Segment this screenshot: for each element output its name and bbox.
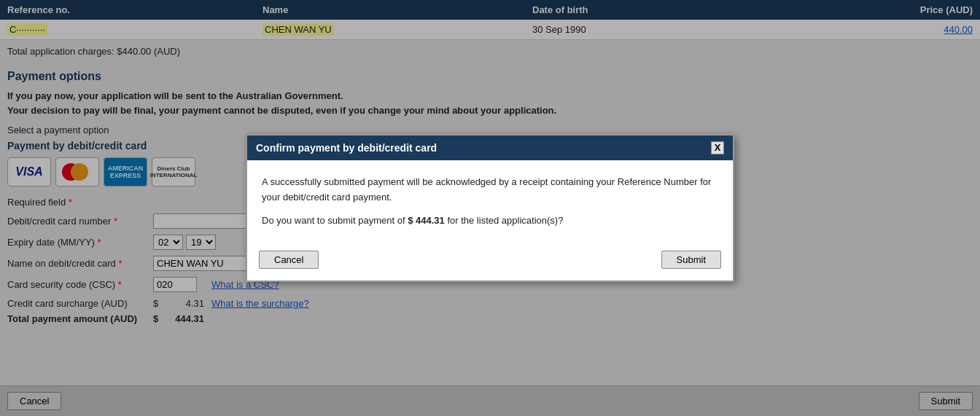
modal-body-line2-prefix: Do you want to submit payment of [262, 215, 405, 226]
modal-body-line1: A successfully submitted payment will be… [262, 175, 718, 205]
modal-overlay: Confirm payment by debit/credit card X A… [0, 0, 980, 416]
modal-close-button[interactable]: X [711, 141, 724, 154]
page-wrapper: Reference no. Name Date of birth Price (… [0, 0, 980, 416]
modal-body-line2: Do you want to submit payment of $ 444.3… [262, 213, 718, 229]
modal-cancel-button[interactable]: Cancel [259, 251, 319, 269]
modal-footer: Cancel Submit [247, 245, 733, 280]
modal-title: Confirm payment by debit/credit card [256, 142, 437, 154]
modal-header: Confirm payment by debit/credit card X [247, 136, 733, 160]
modal-body: A successfully submitted payment will be… [247, 160, 733, 245]
confirm-payment-modal: Confirm payment by debit/credit card X A… [246, 134, 734, 282]
modal-body-line2-suffix: for the listed application(s)? [447, 215, 563, 226]
modal-amount: $ 444.31 [408, 215, 445, 226]
modal-submit-button[interactable]: Submit [661, 251, 721, 269]
